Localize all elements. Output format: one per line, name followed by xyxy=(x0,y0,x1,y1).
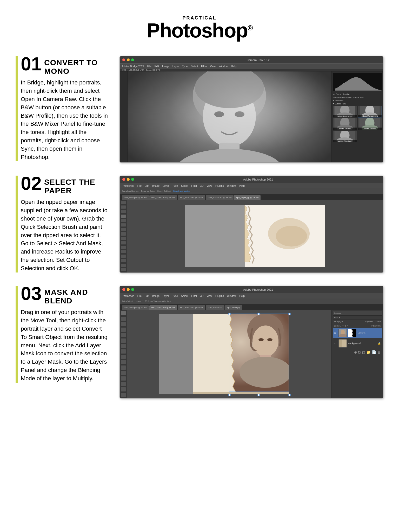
step-3-menubar: Photoshop File Edit Image Layer Type Sel… xyxy=(120,293,383,298)
step2-tab-2: IMG_4183.CR2 @ 66.7% xyxy=(149,195,177,200)
profile-thumb-3: Adobe Neutral xyxy=(333,118,357,130)
step-3-mockup: Adobe Photoshop 2021 Photoshop File Edit… xyxy=(119,286,383,398)
step-3-screenshot: Adobe Photoshop 2021 Photoshop File Edit… xyxy=(119,286,383,398)
step2-menu-edit: Edit xyxy=(145,184,149,187)
step-2-menubar: Photoshop File Edit Image Layer Type Sel… xyxy=(120,183,383,188)
step2-canvas xyxy=(127,200,383,272)
step-3-number: 03 xyxy=(21,286,42,302)
layers-mode-row: Multiply ▾ Opacity: 100% ▾ xyxy=(333,320,382,324)
menu-item-filter: Filter xyxy=(201,65,207,68)
step-2-text: Open the ripped paper image supplied (or… xyxy=(21,198,109,272)
step3-tool-eraser xyxy=(121,360,126,364)
step3-menu-edit: Edit xyxy=(145,295,149,297)
step3-tool-move xyxy=(121,311,126,315)
tool-move xyxy=(121,201,126,204)
step-1-menubar: Adobe Bridge 2021 File Edit Image Layer … xyxy=(120,64,383,69)
step-1-section: 01 CONVERT TO MONO In Bridge, highlight … xyxy=(16,56,383,163)
step3-opt-transform: ☐ Show Transform Controls xyxy=(145,300,171,302)
step2-svg xyxy=(127,200,383,272)
step2-tab-3: IMG_4254.CR2 @ 33.3% xyxy=(178,195,205,200)
layer-1-name: Layer 1 xyxy=(358,332,365,334)
cr-favorites-label: ▶ Favorites xyxy=(333,99,382,102)
step-2-mockup: Adobe Photoshop 2021 Photoshop File Edit… xyxy=(119,176,383,273)
step-3-content: 03 MASK AND BLEND Drag in one of your po… xyxy=(16,286,109,383)
tool-hand xyxy=(121,268,126,271)
titlebar-dot-red xyxy=(122,58,125,61)
cr-file-label: IMG_4183.CR2 (1 of 3) - Canon EOS 7D xyxy=(122,69,160,71)
step-1-number: 01 xyxy=(21,56,42,72)
step-2-title: SELECT THE PAPER xyxy=(44,176,109,195)
step-1-titlebar: Camera Raw 13.2 xyxy=(120,56,383,64)
svg-point-39 xyxy=(276,226,307,247)
step3-menu-layer: Layer xyxy=(163,295,169,297)
step3-tab-3: IMG_4254.CR2 @ 33.3% xyxy=(178,305,205,310)
step3-menu-plugins: Plugins xyxy=(215,295,224,297)
svg-point-47 xyxy=(240,357,291,388)
profile-thumb-1: Adobe Landscape xyxy=(333,106,357,117)
tool-clone xyxy=(121,237,126,240)
tool-quick-sel xyxy=(121,215,126,218)
step3-tool-dodge xyxy=(121,371,126,375)
step3-titlebar-text: Adobe Photoshop 2021 xyxy=(136,288,381,291)
step3-options-bar: Auto-Select: Layer ▾ ☐ Show Transform Co… xyxy=(120,298,383,304)
menu-item-layer: Layer xyxy=(172,65,179,68)
layer-bg-eye: 👁 xyxy=(334,342,336,345)
step3-menu-help: Help xyxy=(239,295,245,297)
step-1-yellow-bar xyxy=(16,56,18,161)
cr-profile-title-back: ← Back Profile xyxy=(333,93,382,96)
header: PRACTICAL Photoshop® xyxy=(16,10,383,41)
layers-multiply-label: Multiply ▾ xyxy=(334,321,343,323)
svg-rect-36 xyxy=(185,205,245,267)
step2-options-bar: Sample All Layers Enhance Edge Select Su… xyxy=(120,188,383,194)
page-container: PRACTICAL Photoshop® 01 CONVERT TO MONO … xyxy=(0,0,399,532)
layers-opacity-label: Opacity: 100% ▾ xyxy=(365,321,381,323)
menu-item-edit: Edit xyxy=(155,65,159,68)
layers-fill-row: Lock: ☐ ✦ ⊕ ≡ Fill: 100% xyxy=(333,324,382,328)
menu-item-help: Help xyxy=(231,65,237,68)
profile-thumb-5: Adobe Standard xyxy=(333,131,357,142)
layer-1-mask xyxy=(348,329,356,337)
tool-heal xyxy=(121,228,126,231)
step3-menu-view: View xyxy=(207,295,212,297)
step2-menu-view: View xyxy=(207,184,212,187)
menu-item-window: Window xyxy=(219,65,228,68)
step3-menu-3d: 3D xyxy=(200,295,204,297)
step3-tool-quick xyxy=(121,328,126,332)
step3-svg xyxy=(127,310,331,398)
svg-point-48 xyxy=(258,338,264,341)
step-2-section: 02 SELECT THE PAPER Open the ripped pape… xyxy=(16,176,383,273)
camera-raw-top: IMG_4183.CR2 (1 of 3) - Canon EOS 7D xyxy=(120,69,383,71)
step2-workspace xyxy=(120,200,383,272)
step2-tab-5: rip2_paper.jpg @ 13.3% xyxy=(234,195,261,200)
step2-menu-plugins: Plugins xyxy=(215,184,224,187)
step-3-titlebar: Adobe Photoshop 2021 xyxy=(120,286,383,293)
layer-bg-name: Background xyxy=(348,342,361,345)
step2-menu-help: Help xyxy=(239,184,245,187)
header-photoshop-text: Photoshop® xyxy=(16,20,383,41)
cr-right-panel: ← Back Profile Adobe Monochrome - Adobe … xyxy=(331,71,383,163)
step-2-content: 02 SELECT THE PAPER Open the ripped pape… xyxy=(16,176,109,272)
step3-tool-hand xyxy=(121,393,126,397)
step3-dot-green xyxy=(131,288,134,291)
step-3-text: Drag in one of your portraits with the M… xyxy=(21,308,109,383)
menu-item-view: View xyxy=(210,65,216,68)
step3-tool-heal xyxy=(121,344,126,348)
layer-row-1: 👁 xyxy=(333,328,382,338)
step-3-yellow-bar xyxy=(16,286,18,383)
step3-menu-image: Image xyxy=(152,295,159,297)
step3-tab-5: rip2_paper.jpg xyxy=(225,305,242,310)
layers-header: Layers xyxy=(333,311,382,316)
tool-lasso xyxy=(121,210,126,213)
step2-menu-3d: 3D xyxy=(200,184,204,187)
tool-brush xyxy=(121,232,126,235)
layer-folder-icon: 📁 xyxy=(366,350,371,354)
step2-tools xyxy=(120,200,127,272)
layer-1-thumb xyxy=(338,329,347,337)
tool-dodge xyxy=(121,250,126,253)
cr-center xyxy=(128,71,331,163)
svg-rect-55 xyxy=(258,313,260,315)
layer-delete-icon: 🗑 xyxy=(377,350,381,354)
svg-rect-56 xyxy=(258,394,260,396)
layers-kind-label: Kind ▾ xyxy=(334,316,340,319)
step3-tool-shape xyxy=(121,387,126,391)
